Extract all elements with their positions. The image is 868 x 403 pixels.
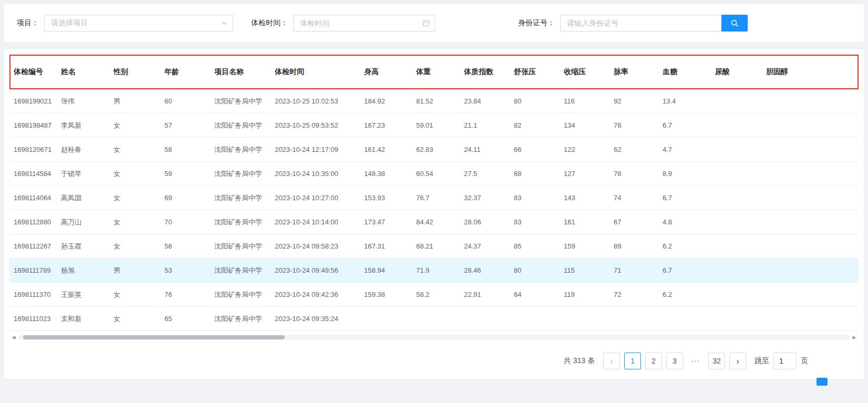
column-header: 舒张压 (514, 67, 564, 77)
page-button-3[interactable]: 3 (666, 353, 683, 369)
table-row[interactable]: 1698111789杨旭男53沈阳矿务局中学2023-10-24 09:49:5… (9, 259, 859, 283)
table-cell: 32.37 (464, 194, 514, 202)
exam-time-input[interactable] (293, 15, 435, 32)
table-cell: 57 (164, 121, 214, 129)
table-header-row: 体检编号姓名性别年龄项目名称体检时间身高体重体质指数舒张压收缩压脉率血糖尿酸胆固… (11, 56, 857, 88)
scroll-right-arrow-icon[interactable]: ▶ (850, 334, 859, 341)
column-header: 脉率 (614, 67, 663, 77)
table-cell: 76 (614, 121, 663, 129)
horizontal-scrollbar: ◀ ▶ (9, 334, 859, 341)
column-header: 尿酸 (715, 67, 766, 77)
column-header: 收缩压 (564, 67, 614, 77)
search-button[interactable] (721, 15, 748, 32)
table-cell: 2023-10-24 12:17:09 (275, 146, 364, 153)
table-cell: 28.06 (464, 218, 514, 226)
table-row[interactable]: 1698114584于锁琴女59沈阳矿务局中学2023-10-24 10:35:… (9, 162, 859, 186)
floating-action-button[interactable] (817, 378, 828, 386)
prev-page-button[interactable]: ‹ (603, 353, 620, 369)
table-cell: 59.01 (416, 121, 464, 129)
table-row[interactable]: 1698112880高万山女70沈阳矿务局中学2023-10-24 10:14:… (9, 210, 859, 234)
table-row[interactable]: 1698120671赵桂春女58沈阳矿务局中学2023-10-24 12:17:… (9, 138, 859, 162)
table-cell: 82 (514, 121, 564, 129)
table-cell: 4.8 (663, 218, 715, 226)
column-header: 姓名 (61, 67, 113, 77)
table-row[interactable]: 1698112267孙玉霞女56沈阳矿务局中学2023-10-24 09:58:… (9, 234, 859, 259)
page-button-32[interactable]: 32 (708, 353, 725, 369)
table-cell: 13.4 (663, 97, 715, 105)
table-cell: 159.38 (364, 291, 416, 298)
table-cell: 1698199021 (14, 97, 61, 105)
table-cell: 122 (564, 146, 614, 153)
pagination-ellipsis[interactable]: ••• (687, 358, 704, 364)
table-cell: 71.9 (416, 266, 464, 274)
table-cell: 72 (614, 291, 663, 298)
table-cell: 21.1 (464, 121, 514, 129)
table-cell: 89 (614, 242, 663, 250)
table-cell: 高万山 (61, 218, 113, 227)
table-cell: 81.52 (416, 97, 464, 105)
table-cell: 184.92 (364, 97, 416, 105)
table-cell: 张伟 (61, 97, 113, 106)
chevron-left-icon: ‹ (610, 357, 613, 366)
scrollbar-thumb[interactable] (23, 335, 285, 339)
chevron-right-icon: › (736, 357, 739, 366)
table-cell: 于锁琴 (61, 169, 113, 179)
table-cell: 80 (514, 97, 564, 105)
table-cell: 22.91 (464, 291, 514, 298)
table-cell: 1698111370 (14, 291, 61, 298)
table-row[interactable]: 1698199021张伟男60沈阳矿务局中学2023-10-25 10:02:5… (9, 89, 859, 113)
table-cell: 80 (514, 266, 564, 274)
next-page-button[interactable]: › (729, 353, 746, 369)
project-select[interactable]: 请选择项目 (44, 15, 233, 32)
table-cell: 女 (113, 121, 164, 130)
table-cell: 6.2 (663, 242, 715, 250)
table-cell: 沈阳矿务局中学 (214, 242, 275, 251)
table-cell: 2023-10-24 10:14:00 (275, 218, 364, 226)
table-cell: 沈阳矿务局中学 (214, 169, 275, 179)
table-cell: 女 (113, 218, 164, 227)
scroll-left-arrow-icon[interactable]: ◀ (9, 334, 18, 341)
table-cell: 143 (564, 194, 614, 202)
table-cell: 孙玉霞 (61, 242, 113, 251)
table-cell: 女 (113, 193, 164, 203)
table-cell: 59 (164, 170, 214, 178)
table-cell: 58 (164, 146, 214, 153)
table-cell: 23.84 (464, 97, 514, 105)
id-number-input[interactable] (560, 15, 722, 32)
table-cell: 女 (113, 290, 164, 299)
table-cell: 167.31 (364, 242, 416, 250)
column-header: 身高 (364, 67, 416, 77)
table-cell: 男 (113, 97, 164, 106)
table-cell: 92 (614, 97, 663, 105)
table-cell: 1698114584 (14, 170, 61, 178)
table-cell: 杨旭 (61, 266, 113, 275)
table-cell: 65 (164, 315, 214, 323)
table-row[interactable]: 1698114064高凤国女69沈阳矿务局中学2023-10-24 10:27:… (9, 186, 859, 210)
table-row[interactable]: 1698111023支和新女65沈阳矿务局中学2023-10-24 09:35:… (9, 307, 859, 331)
scrollbar-track[interactable] (18, 335, 850, 340)
page-button-1[interactable]: 1 (624, 353, 641, 369)
column-header: 项目名称 (214, 67, 275, 77)
table-cell: 83 (514, 194, 564, 202)
table-cell: 女 (113, 169, 164, 179)
table-cell: 83 (514, 218, 564, 226)
table-cell: 2023-10-24 09:42:36 (275, 291, 364, 298)
table-cell: 2023-10-24 09:35:24 (275, 315, 364, 323)
table-cell: 8.9 (663, 170, 715, 178)
table-row[interactable]: 1698111370王振英女76沈阳矿务局中学2023-10-24 09:42:… (9, 283, 859, 307)
table-cell: 沈阳矿务局中学 (214, 218, 275, 227)
table-cell: 6.7 (663, 121, 715, 129)
jump-page-input[interactable] (773, 353, 797, 369)
table-cell: 167.23 (364, 121, 416, 129)
page-button-2[interactable]: 2 (645, 353, 662, 369)
id-number-label: 身份证号： (518, 18, 555, 28)
table-cell: 沈阳矿务局中学 (214, 290, 275, 299)
table-cell: 沈阳矿务局中学 (214, 97, 275, 106)
table-cell: 56 (164, 242, 214, 250)
filter-bar: 项目： 请选择项目 体检时间： 身份证号： (4, 4, 864, 42)
table-cell: 1698114064 (14, 194, 61, 202)
table-row[interactable]: 1698198487李凤新女57沈阳矿务局中学2023-10-25 09:53:… (9, 113, 859, 138)
table-body: 1698199021张伟男60沈阳矿务局中学2023-10-25 10:02:5… (9, 89, 859, 331)
table-cell: 153.93 (364, 194, 416, 202)
table-cell: 68.21 (416, 242, 464, 250)
